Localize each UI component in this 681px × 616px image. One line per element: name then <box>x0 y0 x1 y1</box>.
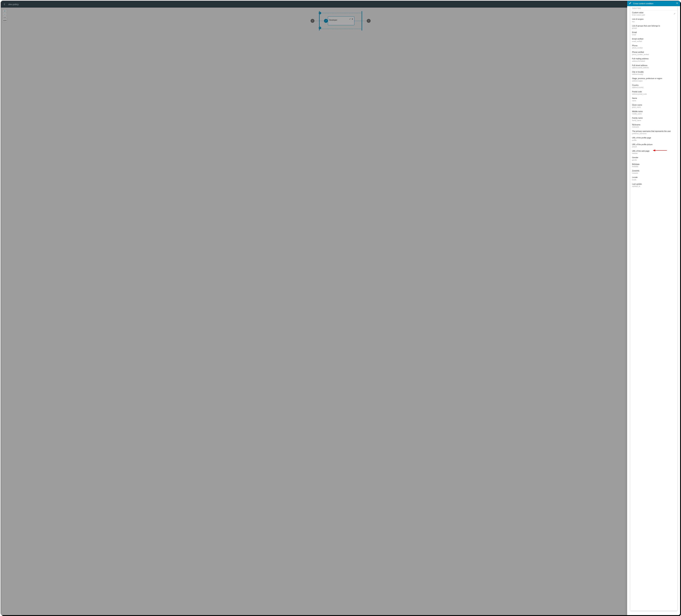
topbar: dev-policy <box>1 1 680 7</box>
page-title: dev-policy <box>8 3 19 6</box>
field-option-label: Country <box>632 84 676 86</box>
field-option[interactable]: Full mailing addressaddress.formatted <box>630 56 677 63</box>
field-option-label: Gender <box>632 156 676 159</box>
field-option-label: Phone verified <box>632 51 676 53</box>
field-option[interactable]: Middle namemiddle_name <box>630 109 677 116</box>
field-option-label: Given name <box>632 104 676 106</box>
field-option-sub: profile <box>632 139 676 142</box>
field-option[interactable]: Namename <box>630 96 677 103</box>
field-option[interactable]: Countryaddress.country <box>630 83 677 89</box>
field-option[interactable]: Zoneinfozoneinfo <box>630 169 677 175</box>
field-option-sub: email_verified <box>632 41 676 43</box>
field-option-sub: address.postal_code <box>632 93 676 95</box>
field-option[interactable]: Birthdatebirthdate <box>630 162 677 169</box>
field-option-label: Email verified <box>632 38 676 40</box>
modal-overlay[interactable] <box>1 7 680 615</box>
side-panel-header: Cross context condition <box>627 1 680 6</box>
field-option[interactable]: Custom valueEnter custom path <box>630 10 677 17</box>
field-option-sub: phone_number_verified <box>632 54 676 56</box>
field-option[interactable]: Localelocale <box>630 175 677 182</box>
field-option-sub: scp <box>632 21 676 23</box>
field-option-sub: gender <box>632 159 676 161</box>
field-option[interactable]: Postal codeaddress.postal_code <box>630 89 677 96</box>
field-option[interactable]: Nicknamenickname <box>630 123 677 129</box>
field-option-label: Email <box>632 31 676 34</box>
field-option-sub: locale <box>632 179 676 181</box>
field-option-label: Nickname <box>632 124 676 126</box>
field-option-sub: zoneinfo <box>632 172 676 175</box>
field-option-label: Name <box>632 97 676 100</box>
edit-icon[interactable] <box>674 12 676 15</box>
back-arrow-icon[interactable] <box>3 3 6 5</box>
close-icon[interactable] <box>676 2 678 5</box>
field-option-sub: birthdate <box>632 165 676 168</box>
field-list[interactable]: Custom valueEnter custom pathList of sco… <box>630 10 677 611</box>
field-option-sub: picture <box>632 146 676 148</box>
field-option-label: Full street address <box>632 64 676 67</box>
field-option-sub: preferred_username <box>632 133 676 135</box>
field-option[interactable]: List of scopesscp <box>630 17 677 24</box>
field-option-label: Zoneinfo <box>632 170 676 172</box>
field-option-label: Last update <box>632 183 676 185</box>
field-option-sub: Enter custom path <box>632 14 676 16</box>
field-option-sub: address.country <box>632 86 676 88</box>
field-option-sub: email <box>632 34 676 36</box>
field-option[interactable]: Given namegiven_name <box>630 103 677 109</box>
pencil-icon <box>629 2 631 5</box>
field-option[interactable]: URL of the profile picturepicture <box>630 142 677 149</box>
field-option-label: URL of the profile picture <box>632 144 676 146</box>
field-option[interactable]: Gendergender <box>630 155 677 162</box>
field-option[interactable]: City or localityaddress.locality <box>630 70 677 76</box>
svg-marker-1 <box>653 150 655 151</box>
annotation-arrow <box>653 149 667 152</box>
field-option-sub: phone_number <box>632 47 676 49</box>
field-option-sub: name <box>632 100 676 102</box>
field-option-sub: address.street_address <box>632 67 676 69</box>
field-option-sub: nickname <box>632 126 676 128</box>
field-option-sub: given_name <box>632 106 676 108</box>
field-option-label: Postal code <box>632 91 676 93</box>
field-option-label: Family name <box>632 117 676 119</box>
field-option-sub: website <box>632 153 676 155</box>
field-option-sub: family_name <box>632 120 676 122</box>
field-option[interactable]: Family namefamily_name <box>630 116 677 122</box>
field-option[interactable]: Full street addressaddress.street_addres… <box>630 63 677 70</box>
field-option-sub: address.region <box>632 80 676 82</box>
field-option[interactable]: Phone verifiedphone_number_verified <box>630 50 677 56</box>
field-option-sub: address.formatted <box>632 60 676 62</box>
field-option-label: Custom value <box>632 11 676 14</box>
field-option-label: Phone <box>632 45 676 47</box>
field-option-sub: groups <box>632 27 676 29</box>
field-option-label: URL of the profile page <box>632 137 676 139</box>
field-option[interactable]: Last updateupdated_at <box>630 182 677 188</box>
field-option-label: Birthdate <box>632 163 676 165</box>
field-option[interactable]: URL of the profile pageprofile <box>630 135 677 142</box>
side-panel-title: Cross context condition <box>633 2 674 5</box>
field-option[interactable]: List of groups that user belongs togroup… <box>630 24 677 30</box>
field-option[interactable]: The primary username that represents the… <box>630 129 677 135</box>
field-option-sub: updated_at <box>632 185 676 187</box>
field-option-sub: middle_name <box>632 113 676 115</box>
field-search-input[interactable]: Select field <box>630 6 677 10</box>
field-option-label: The primary username that represents the… <box>632 130 676 133</box>
field-option-label: Locale <box>632 176 676 179</box>
field-option[interactable]: Emailemail <box>630 30 677 37</box>
field-dropdown: Select field Custom valueEnter custom pa… <box>630 6 678 611</box>
field-option[interactable]: Email verifiedemail_verified <box>630 37 677 43</box>
app-frame: dev-policy + − 1:1 100% + + <box>1 1 680 615</box>
field-option-label: Full mailing address <box>632 57 676 60</box>
field-option-label: List of groups that user belongs to <box>632 25 676 27</box>
field-option-label: List of scopes <box>632 18 676 21</box>
field-option-label: Middle name <box>632 110 676 113</box>
field-option-label: City or locality <box>632 71 676 73</box>
field-option-sub: address.locality <box>632 73 676 76</box>
field-option[interactable]: Stage, province, prefecture or regionadd… <box>630 76 677 83</box>
field-option-label: Stage, province, prefecture or region <box>632 77 676 80</box>
field-option[interactable]: Phonephone_number <box>630 44 677 50</box>
